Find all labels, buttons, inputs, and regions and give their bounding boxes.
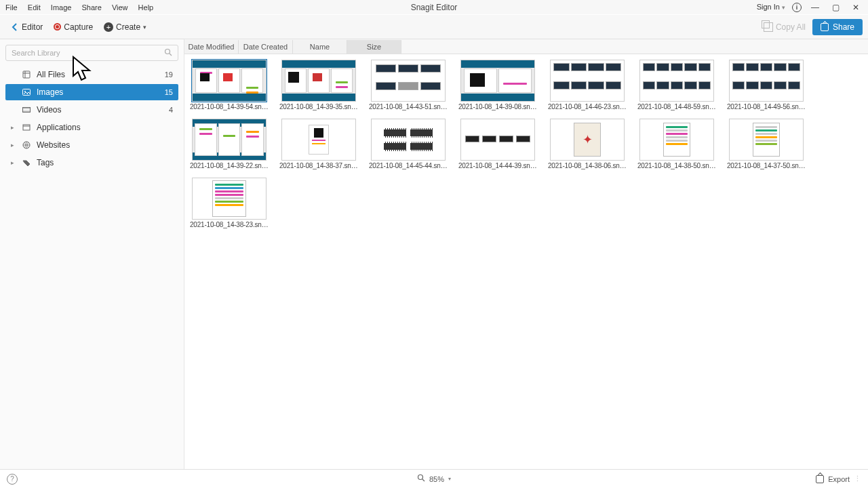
sort-tab-date-created[interactable]: Date Created <box>239 40 293 54</box>
sidebar-item-videos[interactable]: Videos 4 <box>5 102 178 118</box>
info-icon[interactable]: i <box>792 3 802 12</box>
menu-edit[interactable]: Edit <box>28 3 41 12</box>
menu-bar: File Edit Image Share View Help Snagit E… <box>0 0 868 15</box>
sidebar-item-tags[interactable]: ▸ Tags <box>5 155 178 171</box>
back-arrow-icon <box>11 23 19 31</box>
sidebar: Search Library All Files 19 Images 15 <box>0 39 184 469</box>
thumbnail <box>550 60 625 102</box>
library-item[interactable]: 2021-10-08_14-37-50.snagx <box>727 119 806 169</box>
share-button[interactable]: Share <box>812 19 863 35</box>
library-item[interactable]: 2021-10-08_14-39-08.snagx <box>458 60 537 110</box>
image-icon <box>22 87 31 97</box>
export-icon <box>816 475 824 483</box>
minimize-button[interactable]: — <box>808 1 822 14</box>
library-grid: 2021-10-08_14-39-54.snagx 2021-10-08_14-… <box>184 54 868 469</box>
sidebar-item-images[interactable]: Images 15 <box>5 84 178 100</box>
sidebar-item-count: 15 <box>165 88 173 96</box>
library-item[interactable]: 2021-10-08_14-49-56.snagx <box>727 60 806 110</box>
chevron-down-icon[interactable]: ▾ <box>448 476 451 482</box>
menu-view[interactable]: View <box>112 3 128 12</box>
share-icon <box>821 23 829 31</box>
thumbnail <box>192 178 267 220</box>
menu-image[interactable]: Image <box>51 3 72 12</box>
sidebar-item-count: 4 <box>169 106 173 114</box>
sort-tab-date-modified[interactable]: Date Modified <box>184 40 239 54</box>
menu-share[interactable]: Share <box>81 3 101 12</box>
thumbnail <box>729 60 804 102</box>
help-button[interactable]: ? <box>7 474 18 485</box>
sidebar-item-websites[interactable]: ▸ Websites <box>5 137 178 153</box>
menu-help[interactable]: Help <box>138 3 154 12</box>
export-button[interactable]: Export <box>828 475 850 483</box>
close-button[interactable]: ✕ <box>849 1 863 14</box>
files-icon <box>22 70 31 79</box>
file-name: 2021-10-08_14-39-08.snagx <box>458 103 537 110</box>
menus: File Edit Image Share View Help <box>5 0 161 15</box>
thumbnail <box>729 119 804 161</box>
expand-arrow-icon[interactable]: ▸ <box>11 142 16 148</box>
file-name: 2021-10-08_14-39-22.snagx <box>190 162 269 169</box>
thumbnail <box>639 119 714 161</box>
copy-all-label: Copy All <box>776 22 806 32</box>
copy-all-button: Copy All <box>764 22 806 32</box>
capture-label: Capture <box>64 22 93 32</box>
expand-arrow-icon[interactable]: ▸ <box>11 159 16 166</box>
library-item[interactable]: 2021-10-08_14-39-54.snagx <box>190 60 269 110</box>
file-name: 2021-10-08_14-39-54.snagx <box>190 103 269 110</box>
zoom-value[interactable]: 85% <box>429 475 444 483</box>
svg-rect-1 <box>23 71 30 78</box>
library-item[interactable]: 2021-10-08_14-44-39.snagx <box>458 119 537 169</box>
file-name: 2021-10-08_14-38-06.snagx <box>548 162 627 169</box>
library-item[interactable]: ✦ 2021-10-08_14-38-06.snagx <box>548 119 627 169</box>
app-title: Snagit Editor <box>411 0 458 15</box>
library-item[interactable]: 2021-10-08_14-38-37.snagx <box>279 119 358 169</box>
sidebar-item-label: Websites <box>37 140 70 150</box>
thumbnail <box>460 60 535 102</box>
svg-point-0 <box>165 49 170 54</box>
file-name: 2021-10-08_14-38-37.snagx <box>279 162 358 169</box>
file-name: 2021-10-08_14-37-50.snagx <box>727 162 806 169</box>
svg-rect-5 <box>23 125 30 130</box>
sidebar-item-all-files[interactable]: All Files 19 <box>5 66 178 83</box>
library-item[interactable]: 2021-10-08_14-39-35.snagx <box>279 60 358 110</box>
maximize-button[interactable]: ▢ <box>829 1 842 14</box>
library-item[interactable]: 2021-10-08_14-45-44.snagx <box>369 119 448 169</box>
editor-back-button[interactable]: Editor <box>5 22 48 32</box>
library-item[interactable]: 2021-10-08_14-46-23.snagx <box>548 60 627 110</box>
library-item[interactable]: 2021-10-08_14-39-22.snagx <box>190 119 269 169</box>
copy-icon <box>764 22 773 32</box>
options-icon[interactable]: ⋮ <box>854 474 861 483</box>
thumbnail <box>192 60 267 102</box>
file-name: 2021-10-08_14-38-23.snagx <box>190 221 269 228</box>
sidebar-item-applications[interactable]: ▸ Applications <box>5 119 178 136</box>
create-button[interactable]: + Create ▾ <box>98 22 152 32</box>
sidebar-item-label: Tags <box>37 158 54 167</box>
capture-button[interactable]: Capture <box>48 22 98 32</box>
plus-circle-icon: + <box>104 22 113 32</box>
library-item[interactable]: 2021-10-08_14-48-59.snagx <box>637 60 716 110</box>
file-name: 2021-10-08_14-45-44.snagx <box>369 162 448 169</box>
thumbnail <box>371 119 446 161</box>
globe-icon <box>22 140 31 150</box>
library-item[interactable]: 2021-10-08_14-43-51.snagx <box>369 60 448 110</box>
library-item[interactable]: 2021-10-08_14-38-50.snagx <box>637 119 716 169</box>
expand-arrow-icon[interactable]: ▸ <box>11 124 16 131</box>
zoom-search-icon[interactable] <box>417 474 425 484</box>
thumbnail <box>281 60 356 102</box>
sidebar-item-label: Videos <box>37 105 61 115</box>
thumbnail: ✦ <box>550 119 625 161</box>
file-name: 2021-10-08_14-43-51.snagx <box>369 103 448 110</box>
sort-tab-name[interactable]: Name <box>293 40 347 54</box>
thumbnail <box>371 60 446 102</box>
search-input[interactable]: Search Library <box>5 45 178 61</box>
library-item[interactable]: 2021-10-08_14-38-23.snagx <box>190 178 269 228</box>
status-bar: ? 85% ▾ Export ⋮ <box>0 469 868 488</box>
menu-file[interactable]: File <box>5 3 18 12</box>
file-name: 2021-10-08_14-46-23.snagx <box>548 103 627 110</box>
sort-tab-size[interactable]: Size <box>347 40 401 54</box>
thumbnail <box>281 119 356 161</box>
file-name: 2021-10-08_14-49-56.snagx <box>727 103 806 110</box>
signin-button[interactable]: Sign In ▾ <box>757 0 785 15</box>
record-icon <box>54 23 61 30</box>
toolbar: Editor Capture + Create ▾ Copy All Share <box>0 15 868 39</box>
